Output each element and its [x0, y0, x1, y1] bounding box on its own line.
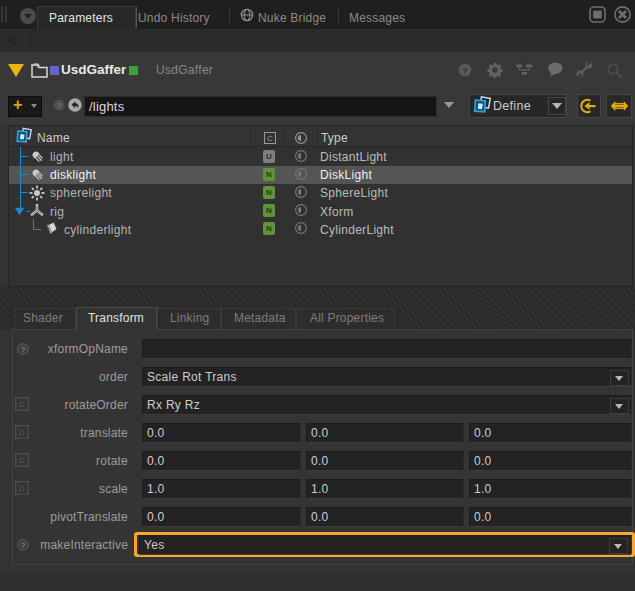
svg-text:?: ? — [21, 541, 26, 550]
svg-text:C: C — [267, 134, 273, 143]
svg-text:?: ? — [57, 101, 62, 110]
svg-text:?: ? — [462, 66, 468, 76]
